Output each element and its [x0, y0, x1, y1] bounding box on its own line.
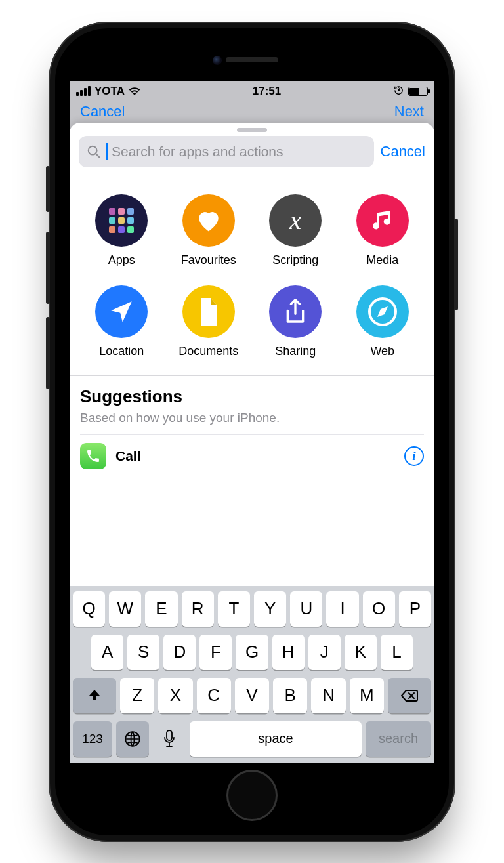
category-label: Sharing	[275, 345, 316, 358]
key-h[interactable]: H	[272, 635, 304, 670]
info-button[interactable]: i	[404, 446, 424, 466]
rotation-lock-icon	[393, 85, 404, 98]
key-y[interactable]: Y	[254, 591, 286, 627]
heart-icon	[182, 194, 235, 247]
mic-icon	[163, 730, 176, 748]
globe-key[interactable]	[116, 721, 149, 757]
key-d[interactable]: D	[163, 635, 196, 670]
key-l[interactable]: L	[381, 635, 413, 670]
category-label: Apps	[108, 253, 135, 267]
location-arrow-icon	[95, 285, 148, 338]
music-note-icon	[356, 194, 409, 247]
key-t[interactable]: T	[218, 591, 250, 627]
phone-app-icon	[80, 443, 106, 469]
sheet-grabber[interactable]	[237, 128, 267, 132]
key-j[interactable]: J	[308, 635, 341, 670]
category-grid: Apps Favourites x Scripting	[70, 177, 434, 375]
clock: 17:51	[253, 85, 281, 98]
wifi-icon	[129, 87, 140, 96]
svg-rect-5	[167, 730, 172, 740]
category-label: Web	[370, 345, 394, 358]
category-label: Favourites	[181, 253, 236, 267]
svg-rect-0	[398, 89, 400, 91]
key-z[interactable]: Z	[120, 678, 154, 713]
key-u[interactable]: U	[290, 591, 322, 627]
key-e[interactable]: E	[145, 591, 177, 627]
key-b[interactable]: B	[273, 678, 307, 713]
key-s[interactable]: S	[127, 635, 159, 670]
background-nav: Cancel Next	[70, 102, 434, 125]
action-search-sheet: Search for apps and actions Cancel	[70, 123, 434, 763]
dictation-key[interactable]	[153, 721, 186, 757]
svg-line-2	[96, 154, 99, 157]
key-x[interactable]: X	[158, 678, 192, 713]
category-sharing[interactable]: Sharing	[255, 285, 336, 358]
key-r[interactable]: R	[182, 591, 214, 627]
keyboard: Q W E R T Y U I O P A S D	[70, 586, 434, 763]
background-next: Next	[394, 103, 424, 120]
key-c[interactable]: C	[197, 678, 231, 713]
scripting-icon: x	[269, 194, 322, 247]
category-location[interactable]: Location	[81, 285, 162, 358]
key-i[interactable]: I	[326, 591, 358, 627]
status-bar: YOTA 17:51	[70, 81, 434, 102]
category-apps[interactable]: Apps	[81, 194, 162, 267]
suggestions-title: Suggestions	[80, 387, 424, 407]
carrier-label: YOTA	[94, 85, 125, 98]
shift-icon	[87, 688, 102, 704]
globe-icon	[124, 730, 141, 747]
search-key[interactable]: search	[366, 721, 431, 757]
backspace-key[interactable]	[388, 678, 431, 713]
compass-icon	[356, 285, 409, 338]
text-cursor	[106, 143, 108, 160]
category-label: Media	[366, 253, 398, 267]
category-label: Scripting	[272, 253, 318, 267]
category-label: Location	[99, 345, 144, 358]
key-p[interactable]: P	[399, 591, 431, 627]
key-g[interactable]: G	[236, 635, 268, 670]
battery-icon	[408, 87, 428, 96]
category-media[interactable]: Media	[343, 194, 423, 267]
document-icon	[182, 285, 235, 338]
suggestions-subtitle: Based on how you use your iPhone.	[80, 411, 424, 425]
search-placeholder: Search for apps and actions	[112, 144, 284, 159]
numbers-key[interactable]: 123	[73, 721, 112, 757]
key-n[interactable]: N	[311, 678, 345, 713]
search-field[interactable]: Search for apps and actions	[79, 136, 374, 167]
suggestion-label: Call	[116, 448, 395, 464]
category-web[interactable]: Web	[343, 285, 423, 358]
share-icon	[269, 285, 322, 338]
cellular-signal-icon	[76, 86, 91, 96]
cancel-button[interactable]: Cancel	[381, 143, 425, 160]
key-k[interactable]: K	[345, 635, 377, 670]
key-m[interactable]: M	[350, 678, 384, 713]
earpiece	[226, 57, 278, 62]
key-v[interactable]: V	[235, 678, 269, 713]
space-key[interactable]: space	[190, 721, 362, 757]
background-cancel: Cancel	[80, 103, 125, 120]
shift-key[interactable]	[73, 678, 116, 713]
backspace-icon	[400, 688, 419, 703]
front-camera	[213, 56, 222, 65]
category-scripting[interactable]: x Scripting	[255, 194, 336, 267]
key-q[interactable]: Q	[73, 591, 105, 627]
search-icon	[87, 144, 101, 159]
suggestion-item-call[interactable]: Call i	[70, 435, 434, 477]
category-favourites[interactable]: Favourites	[169, 194, 249, 267]
category-label: Documents	[178, 345, 238, 358]
suggestions-header: Suggestions Based on how you use your iP…	[70, 376, 434, 434]
apps-icon	[95, 194, 148, 247]
key-o[interactable]: O	[363, 591, 395, 627]
home-button[interactable]	[226, 770, 278, 821]
category-documents[interactable]: Documents	[169, 285, 249, 358]
key-w[interactable]: W	[109, 591, 141, 627]
key-a[interactable]: A	[91, 635, 123, 670]
key-f[interactable]: F	[200, 635, 232, 670]
